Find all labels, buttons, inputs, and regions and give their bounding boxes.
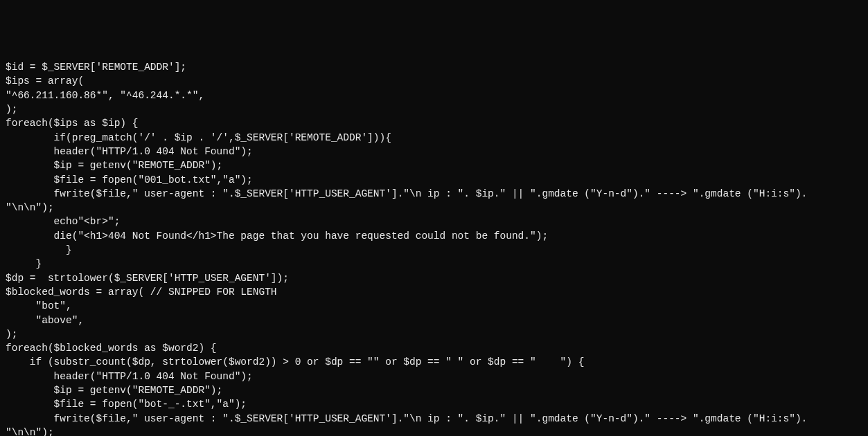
- code-line: );: [6, 327, 862, 341]
- code-line: $ip = getenv("REMOTE_ADDR");: [6, 383, 862, 397]
- code-line: "above",: [6, 314, 862, 327]
- code-line: foreach($blocked_words as $word2) {: [6, 341, 862, 355]
- code-line: $file = fopen("001_bot.txt","a");: [6, 173, 862, 187]
- code-line: $dp = strtolower($_SERVER['HTTP_USER_AGE…: [6, 271, 862, 285]
- code-line: "^66.211.160.86*", "^46.244.*.*",: [6, 89, 862, 102]
- code-line: $id = $_SERVER['REMOTE_ADDR'];: [6, 60, 862, 74]
- code-line: }: [6, 243, 862, 257]
- code-block: $id = $_SERVER['REMOTE_ADDR'];$ips = arr…: [6, 60, 862, 436]
- code-line: echo"<br>";: [6, 215, 862, 228]
- code-line: "\n\n");: [6, 201, 862, 215]
- code-line: $ips = array(: [6, 74, 862, 88]
- code-line: fwrite($file," user-agent : ".$_SERVER['…: [6, 187, 862, 201]
- code-line: $ip = getenv("REMOTE_ADDR");: [6, 158, 862, 172]
- code-line: "\n\n");: [6, 426, 862, 436]
- code-line: }: [6, 257, 862, 271]
- code-line: $file = fopen("bot-_-.txt","a");: [6, 397, 862, 411]
- code-line: header("HTTP/1.0 404 Not Found");: [6, 370, 862, 383]
- code-line: header("HTTP/1.0 404 Not Found");: [6, 145, 862, 158]
- code-line: $blocked_words = array( // SNIPPED FOR L…: [6, 285, 862, 299]
- code-line: foreach($ips as $ip) {: [6, 116, 862, 130]
- code-line: die("<h1>404 Not Found</h1>The page that…: [6, 229, 862, 243]
- code-line: );: [6, 102, 862, 116]
- code-line: if (substr_count($dp, strtolower($word2)…: [6, 355, 862, 369]
- code-line: if(preg_match('/' . $ip . '/',$_SERVER['…: [6, 131, 862, 145]
- code-line: fwrite($file," user-agent : ".$_SERVER['…: [6, 412, 862, 426]
- code-line: "bot",: [6, 299, 862, 313]
